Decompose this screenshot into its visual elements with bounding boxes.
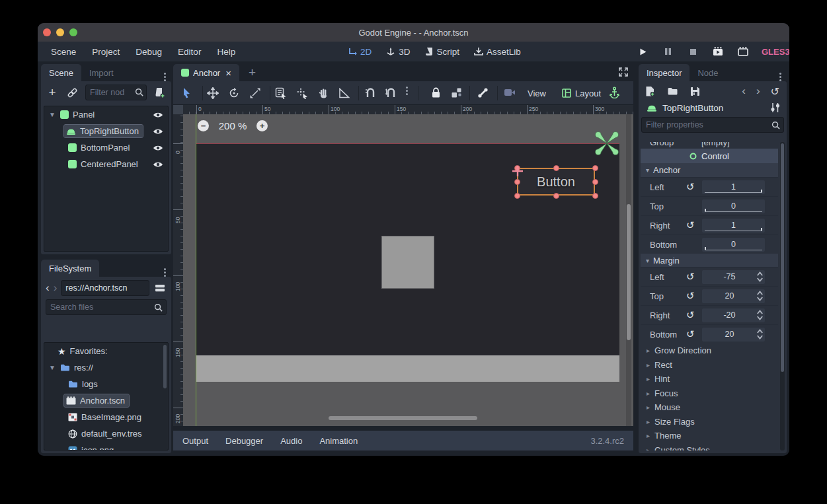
selection-handle[interactable] (592, 193, 598, 199)
tab-anchor-scene[interactable]: Anchor × (173, 64, 239, 81)
collapse-icon[interactable]: ▼ (48, 111, 56, 118)
pause-button[interactable] (661, 45, 674, 58)
tree-row-toprightbutton[interactable]: TopRightButton (44, 123, 168, 139)
inspector-menu-icon[interactable] (774, 73, 787, 81)
spinner-icon[interactable] (757, 271, 763, 282)
object-history-icon[interactable]: ↺ (771, 85, 779, 98)
revert-icon[interactable]: ↺ (686, 290, 702, 302)
workspace-script[interactable]: Script (425, 47, 460, 57)
revert-icon[interactable]: ↺ (686, 328, 702, 340)
scene-dock-menu-icon[interactable] (159, 73, 171, 81)
section-grow-direction[interactable]: ▸Grow Direction (641, 343, 778, 358)
fs-row-anchor-tscn[interactable]: Anchor.tscn (44, 392, 168, 409)
zoom-in-button[interactable]: + (256, 120, 268, 131)
bottom-panel-node[interactable] (196, 355, 619, 382)
new-scene-tab-button[interactable]: + (249, 65, 256, 80)
anchor-left-value[interactable]: 1 (702, 180, 765, 194)
play-custom-scene-button[interactable] (736, 45, 750, 58)
visibility-eye-icon[interactable] (153, 144, 163, 152)
move-tool-icon[interactable] (207, 87, 219, 99)
add-node-button[interactable]: + (46, 86, 59, 99)
anchor-top-value[interactable]: 0 (702, 199, 765, 213)
revert-icon[interactable]: ↺ (686, 181, 702, 193)
section-hint[interactable]: ▸Hint (641, 372, 778, 386)
canvas-vscrollbar-thumb[interactable] (627, 204, 631, 340)
section-focus[interactable]: ▸Focus (641, 386, 778, 401)
tab-scene[interactable]: Scene (41, 64, 81, 81)
scale-tool-icon[interactable] (249, 87, 261, 99)
anchor-mode-icon[interactable] (610, 87, 619, 98)
margin-right-value[interactable]: -20 (702, 308, 765, 322)
load-resource-folder-icon[interactable] (666, 85, 679, 98)
revert-icon[interactable]: ↺ (686, 309, 702, 321)
viewport-canvas[interactable]: Button − 200 % + (183, 114, 633, 426)
pivot-cross-icon[interactable] (511, 164, 524, 178)
fs-row-icon-png[interactable]: icon.png (44, 442, 168, 450)
centered-panel-node[interactable] (381, 236, 434, 289)
lock-icon[interactable] (431, 87, 441, 98)
smart-snap-icon[interactable] (365, 87, 376, 98)
instance-scene-button[interactable] (65, 86, 79, 99)
menu-project[interactable]: Project (84, 47, 128, 57)
tab-inspector[interactable]: Inspector (639, 64, 689, 81)
workspace-2d[interactable]: 2D (348, 47, 372, 57)
search-files-input[interactable] (46, 299, 167, 315)
margin-bottom-value[interactable]: 20 (702, 328, 765, 342)
bottom-tab-animation[interactable]: Animation (319, 436, 358, 446)
pan-tool-icon[interactable] (318, 87, 330, 99)
selection-handle[interactable] (592, 165, 598, 171)
selection-handle[interactable] (553, 165, 559, 171)
tab-filesystem[interactable]: FileSystem (41, 260, 99, 277)
new-resource-icon[interactable] (643, 85, 656, 98)
fs-row-baseimage-png[interactable]: BaseImage.png (44, 409, 168, 425)
section-anchor[interactable]: ▾ Anchor (641, 163, 778, 177)
category-control[interactable]: Control (641, 149, 778, 163)
bottom-tab-output[interactable]: Output (182, 436, 208, 446)
camera-override-icon[interactable] (504, 88, 516, 97)
section-margin[interactable]: ▾ Margin (641, 254, 778, 267)
tree-row-panel[interactable]: ▼ Panel (44, 106, 168, 123)
layout-menu[interactable]: Layout (562, 86, 601, 100)
inspector-scrollbar-thumb[interactable] (781, 143, 784, 372)
fs-row-logs[interactable]: logs (44, 376, 168, 392)
extra-tools-icon[interactable] (771, 102, 780, 113)
spinner-icon[interactable] (757, 291, 763, 301)
visibility-eye-icon[interactable] (153, 111, 163, 119)
anchor-bottom-value[interactable]: 0 (702, 238, 765, 252)
rotate-tool-icon[interactable] (228, 87, 240, 99)
selection-handle[interactable] (514, 179, 520, 185)
prop-row-group-clipped[interactable]: Group [empty] (641, 142, 778, 149)
section-mouse[interactable]: ▸Mouse (641, 400, 778, 415)
menu-editor[interactable]: Editor (170, 47, 209, 57)
view-menu[interactable]: View (528, 86, 546, 100)
menu-help[interactable]: Help (209, 47, 243, 57)
collapse-icon[interactable]: ▼ (48, 364, 56, 371)
close-tab-icon[interactable]: × (225, 67, 231, 79)
spinner-icon[interactable] (757, 329, 763, 340)
workspace-assetlib[interactable]: AssetLib (474, 47, 521, 57)
inspector-scrollbar-track[interactable] (780, 142, 785, 450)
revert-icon[interactable]: ↺ (686, 271, 702, 283)
zoom-percent[interactable]: 200 % (216, 120, 250, 131)
selection-handle[interactable] (514, 193, 520, 199)
spinner-icon[interactable] (757, 310, 763, 320)
revert-icon[interactable]: ↺ (686, 219, 702, 231)
history-forward-icon[interactable]: › (756, 85, 760, 98)
selection-handle[interactable] (553, 193, 559, 199)
tab-import[interactable]: Import (81, 64, 122, 81)
canvas-hscrollbar-thumb[interactable] (329, 416, 477, 420)
ruler-tool-icon[interactable] (338, 88, 350, 98)
menu-scene[interactable]: Scene (43, 47, 84, 57)
fs-row-favorites[interactable]: ★ Favorites: (44, 343, 168, 359)
section-rect[interactable]: ▸Rect (641, 358, 778, 373)
section-theme[interactable]: ▸Theme (641, 429, 778, 443)
play-button[interactable] (636, 45, 649, 58)
current-path-input[interactable] (61, 280, 149, 296)
snap-options-menu-icon[interactable] (406, 87, 408, 95)
visibility-eye-icon[interactable] (153, 161, 163, 168)
visibility-eye-icon[interactable] (153, 127, 163, 135)
renderer-dropdown[interactable]: GLES3 (762, 47, 789, 57)
distraction-free-icon[interactable] (618, 67, 629, 77)
menu-debug[interactable]: Debug (128, 47, 170, 57)
stop-button[interactable] (686, 45, 699, 58)
